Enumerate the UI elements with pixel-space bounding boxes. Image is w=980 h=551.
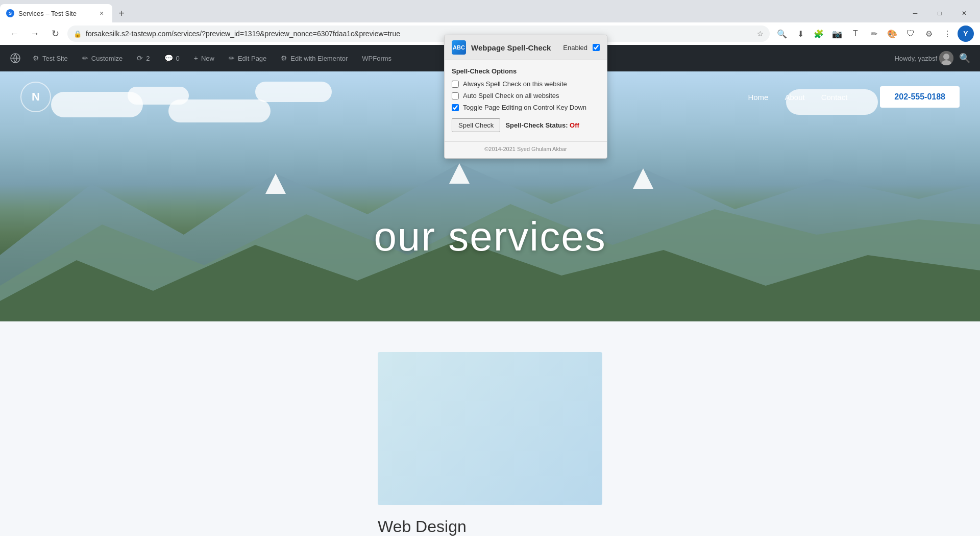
updates-icon: ⟳: [137, 54, 143, 62]
admin-bar-updates[interactable]: ⟳ 2: [131, 45, 156, 71]
customize-icon: ✏: [82, 54, 88, 62]
maximize-button[interactable]: □: [928, 4, 951, 22]
logo-letter: N: [32, 90, 40, 104]
option-checkbox-3[interactable]: [452, 104, 459, 111]
tab-close-button[interactable]: ×: [97, 9, 106, 18]
site-logo: N: [20, 82, 51, 112]
nav-contact[interactable]: Contact: [821, 93, 848, 102]
nav-about[interactable]: About: [785, 93, 804, 102]
bitwarden-icon[interactable]: 🛡: [902, 26, 919, 42]
svg-point-2: [943, 54, 949, 60]
nav-links: Home About Contact 202-555-0188: [748, 86, 960, 108]
option-checkbox-2[interactable]: [452, 92, 459, 99]
option-checkbox-1[interactable]: [452, 81, 459, 88]
settings-ext-icon[interactable]: ⚙: [921, 26, 937, 42]
extensions-icon[interactable]: 🧩: [811, 26, 827, 42]
service-title: Web Design: [378, 517, 602, 536]
popup-copyright: ©2014-2021 Syed Ghulam Akbar: [445, 141, 607, 158]
popup-logo: ABC: [452, 40, 466, 55]
howdy-text: Howdy, yazbsf: [894, 55, 937, 62]
edit-page-icon: ✏: [229, 54, 235, 62]
edit-page-label: Edit Page: [238, 55, 266, 62]
bookmark-icon[interactable]: ☆: [757, 30, 764, 38]
comments-icon: 💬: [164, 54, 173, 62]
admin-bar-new[interactable]: + New: [188, 45, 220, 71]
home-icon: ⚙: [33, 54, 39, 62]
toolbar-icons: 🔍 ⬇ 🧩 📷 T ✏ 🎨 🛡 ⚙ ⋮ Y: [774, 26, 974, 42]
nav-home[interactable]: Home: [748, 93, 768, 102]
admin-bar-customize[interactable]: ✏ Customize: [76, 45, 129, 71]
admin-bar-comments[interactable]: 💬 0: [158, 45, 186, 71]
elementor-label: Edit with Elementor: [290, 55, 348, 62]
user-avatar[interactable]: [939, 51, 953, 65]
status-value: Off: [570, 121, 579, 129]
option-row-2: Auto Spell Check on all websites: [452, 92, 600, 99]
close-window-button[interactable]: ✕: [952, 4, 976, 22]
updates-count: 2: [146, 55, 150, 62]
download-icon[interactable]: ⬇: [792, 26, 808, 42]
service-card-web-design: Web Design: [378, 352, 602, 536]
screenshot-icon[interactable]: 📷: [829, 26, 845, 42]
tab-bar: S Services – Test Site × + ─ □ ✕: [0, 0, 980, 22]
wpforms-label: WPForms: [362, 55, 391, 62]
reload-button[interactable]: ↻: [47, 26, 63, 42]
status-label: Spell-Check Status:: [505, 121, 568, 129]
admin-bar-test-site[interactable]: ⚙ Test Site: [27, 45, 74, 71]
enabled-label: Enabled: [563, 44, 587, 52]
popup-header: ABC Webpage Spell-Check Enabled: [445, 35, 607, 60]
option-row-1: Always Spell Check on this website: [452, 80, 600, 88]
profile-button[interactable]: Y: [958, 26, 974, 42]
color-icon[interactable]: 🎨: [884, 26, 900, 42]
forward-button[interactable]: →: [27, 26, 43, 42]
option-label-3: Toggle Page Editing on Control Key Down: [463, 104, 586, 111]
option-row-3: Toggle Page Editing on Control Key Down: [452, 104, 600, 111]
search-toolbar-icon[interactable]: 🔍: [774, 26, 790, 42]
url-text: forsakesilk.s2-tastewp.com/services/?pre…: [86, 30, 753, 38]
edit-icon[interactable]: ✏: [866, 26, 882, 42]
popup-footer-row: Spell Check Spell-Check Status: Off: [452, 118, 600, 132]
lock-icon: 🔒: [74, 30, 82, 38]
below-hero-section: Web Design: [0, 321, 980, 536]
customize-label: Customize: [91, 55, 122, 62]
new-label: New: [201, 55, 214, 62]
admin-search-icon[interactable]: 🔍: [955, 45, 974, 71]
admin-bar-edit-page[interactable]: ✏ Edit Page: [223, 45, 273, 71]
enabled-checkbox[interactable]: [593, 44, 600, 51]
tab-favicon: S: [6, 9, 14, 17]
more-icon[interactable]: ⋮: [939, 26, 955, 42]
spell-check-button[interactable]: Spell Check: [452, 118, 500, 132]
active-tab[interactable]: S Services – Test Site ×: [0, 4, 112, 22]
popup-title: Webpage Spell-Check: [471, 43, 558, 52]
phone-button[interactable]: 202-555-0188: [880, 86, 960, 108]
translate-icon[interactable]: T: [847, 26, 864, 42]
elementor-icon: ⚙: [281, 54, 287, 62]
admin-bar-edit-elementor[interactable]: ⚙ Edit with Elementor: [275, 45, 354, 71]
hero-text: our services: [0, 213, 980, 260]
option-label-2: Auto Spell Check on all websites: [463, 92, 559, 99]
comments-count: 0: [176, 55, 180, 62]
new-tab-button[interactable]: +: [114, 6, 129, 20]
minimize-button[interactable]: ─: [903, 4, 927, 22]
spell-check-popup: ABC Webpage Spell-Check Enabled Spell-Ch…: [444, 35, 607, 159]
admin-bar-wpforms[interactable]: WPForms: [356, 45, 398, 71]
option-label-1: Always Spell Check on this website: [463, 80, 567, 88]
wp-logo[interactable]: [6, 49, 24, 67]
admin-bar-right: Howdy, yazbsf 🔍: [894, 45, 974, 71]
options-title: Spell-Check Options: [452, 67, 600, 75]
back-button[interactable]: ←: [6, 26, 22, 42]
window-controls: ─ □ ✕: [903, 4, 980, 22]
test-site-label: Test Site: [42, 55, 68, 62]
status-text: Spell-Check Status: Off: [505, 121, 579, 129]
url-bar[interactable]: 🔒 forsakesilk.s2-tastewp.com/services/?p…: [67, 26, 770, 42]
tab-title: Services – Test Site: [18, 10, 93, 17]
new-icon: +: [194, 54, 198, 62]
service-image: [378, 352, 602, 505]
popup-body: Spell-Check Options Always Spell Check o…: [445, 60, 607, 139]
